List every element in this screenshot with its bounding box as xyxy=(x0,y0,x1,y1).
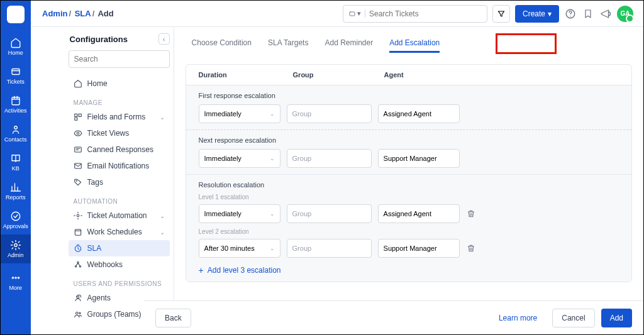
sb-webhooks[interactable]: Webhooks xyxy=(69,256,170,273)
learn-more-link[interactable]: Learn more xyxy=(490,309,546,327)
nav-reports[interactable]: Reports xyxy=(1,177,31,206)
svg-point-5 xyxy=(11,212,20,221)
sla-icon xyxy=(74,244,82,253)
crumb-admin[interactable]: Admin xyxy=(42,9,67,18)
svg-point-15 xyxy=(77,132,79,135)
crumb-sla[interactable]: SLA xyxy=(75,9,91,18)
home-icon xyxy=(74,79,82,88)
nav-admin[interactable]: Admin xyxy=(1,234,31,263)
nav-approvals[interactable]: Approvals xyxy=(1,206,31,234)
topbar: Admin/ SLA/ Add ▾ Create▾ GA xyxy=(32,1,643,27)
next-duration-select[interactable]: Immediately⌄ xyxy=(199,149,280,168)
plus-icon: + xyxy=(199,265,204,275)
sb-ticket-views[interactable]: Ticket Views xyxy=(69,125,170,141)
tag-icon xyxy=(74,178,82,187)
svg-rect-20 xyxy=(75,229,80,235)
svg-point-25 xyxy=(77,296,79,299)
svg-rect-2 xyxy=(12,69,19,75)
nav-contacts[interactable]: Contacts xyxy=(1,119,31,148)
sb-tags[interactable]: Tags xyxy=(69,174,170,190)
agent-icon xyxy=(74,294,82,302)
sb-canned[interactable]: Canned Responses xyxy=(69,141,170,158)
add-level3-link[interactable]: +Add level 3 escalation xyxy=(199,265,619,275)
breadcrumb: Admin/ SLA/ Add xyxy=(42,9,114,18)
chevron-down-icon: ⌄ xyxy=(160,212,165,219)
l2-group-input[interactable]: Group xyxy=(287,239,372,258)
sb-home[interactable]: Home xyxy=(69,75,170,92)
tab-targets[interactable]: SLA Targets xyxy=(268,38,309,53)
sb-email-notif[interactable]: Email Notifications xyxy=(69,158,170,174)
nav-kb[interactable]: KB xyxy=(1,148,31,177)
global-search[interactable]: ▾ xyxy=(343,5,487,23)
nav-tickets[interactable]: Tickets xyxy=(1,61,31,90)
add-button[interactable]: Add xyxy=(601,309,632,327)
svg-rect-13 xyxy=(79,114,81,116)
nav-activities[interactable]: Activities xyxy=(1,90,31,119)
create-button[interactable]: Create▾ xyxy=(515,5,559,23)
crumb-add: Add xyxy=(97,9,113,18)
sb-work-sched[interactable]: Work Schedules⌄ xyxy=(69,224,170,240)
first-duration-select[interactable]: Immediately⌄ xyxy=(199,104,280,123)
col-duration: Duration xyxy=(199,71,293,79)
announce-icon[interactable] xyxy=(599,8,612,20)
svg-point-26 xyxy=(75,312,78,315)
nav-more[interactable]: More xyxy=(1,267,31,296)
svg-rect-3 xyxy=(12,97,19,105)
eye-icon xyxy=(74,129,82,138)
wizard-tabs: Choose Condition SLA Targets Add Reminde… xyxy=(174,27,643,59)
level1-label: Level 1 escalation xyxy=(199,194,619,200)
resolution-title: Resolution escalation xyxy=(199,181,619,189)
tab-reminder[interactable]: Add Reminder xyxy=(325,38,373,53)
next-group-input[interactable]: Group xyxy=(287,149,372,168)
chevron-down-icon: ⌄ xyxy=(160,229,165,236)
l1-delete-button[interactable] xyxy=(466,209,476,219)
config-sidebar: Configurations ‹ Home MANAGE Fields and … xyxy=(62,27,174,334)
sb-sla[interactable]: SLA xyxy=(69,240,170,256)
l2-duration-select[interactable]: After 30 minutes⌄ xyxy=(199,239,280,258)
sidebar-collapse[interactable]: ‹ xyxy=(158,33,170,45)
mail-icon xyxy=(74,162,82,170)
sb-ticket-auto[interactable]: Ticket Automation⌄ xyxy=(69,207,170,224)
level2-label: Level 2 escalation xyxy=(199,228,619,235)
calendar-icon xyxy=(74,228,82,236)
search-input[interactable] xyxy=(369,9,482,18)
help-icon[interactable] xyxy=(564,8,577,20)
sb-group-automation: AUTOMATION xyxy=(69,190,170,207)
first-group-input[interactable]: Group xyxy=(287,104,372,123)
svg-point-27 xyxy=(79,312,80,314)
l2-delete-button[interactable] xyxy=(466,243,476,253)
group-icon xyxy=(74,310,82,319)
nav-home[interactable]: Home xyxy=(1,32,31,61)
auto-icon xyxy=(74,211,82,220)
search-scope[interactable]: ▾ xyxy=(348,9,365,18)
escalation-panel: Duration Group Agent First response esca… xyxy=(186,64,632,282)
tab-escalation[interactable]: Add Escalation xyxy=(389,38,440,53)
sb-fields[interactable]: Fields and Forms⌄ xyxy=(69,109,170,125)
wizard-footer: Back Learn more Cancel Add xyxy=(144,300,643,334)
svg-point-18 xyxy=(76,180,77,181)
first-agent-select[interactable]: Assigned Agent xyxy=(378,104,460,123)
l2-agent-select[interactable]: Support Manager xyxy=(378,239,460,258)
svg-rect-14 xyxy=(74,118,77,120)
next-response-title: Next response escalation xyxy=(199,136,619,144)
svg-rect-0 xyxy=(12,11,19,18)
chevron-down-icon: ⌄ xyxy=(160,114,165,121)
l1-group-input[interactable]: Group xyxy=(287,204,372,223)
canned-icon xyxy=(74,145,82,154)
sidebar-search[interactable] xyxy=(69,50,170,68)
user-avatar[interactable]: GA xyxy=(617,6,633,22)
svg-point-8 xyxy=(15,277,16,278)
svg-rect-16 xyxy=(74,147,81,152)
sb-group-manage: MANAGE xyxy=(69,92,170,109)
tab-condition[interactable]: Choose Condition xyxy=(192,38,252,53)
svg-point-9 xyxy=(18,277,19,278)
next-agent-select[interactable]: Support Manager xyxy=(378,149,460,168)
webhook-icon xyxy=(74,260,82,269)
bookmark-icon[interactable] xyxy=(582,8,594,20)
cancel-button[interactable]: Cancel xyxy=(552,309,594,327)
back-button[interactable]: Back xyxy=(155,309,191,327)
l1-agent-select[interactable]: Assigned Agent xyxy=(378,204,460,223)
l1-duration-select[interactable]: Immediately⌄ xyxy=(199,204,280,223)
filter-button[interactable] xyxy=(492,5,510,23)
app-logo[interactable] xyxy=(7,6,25,23)
